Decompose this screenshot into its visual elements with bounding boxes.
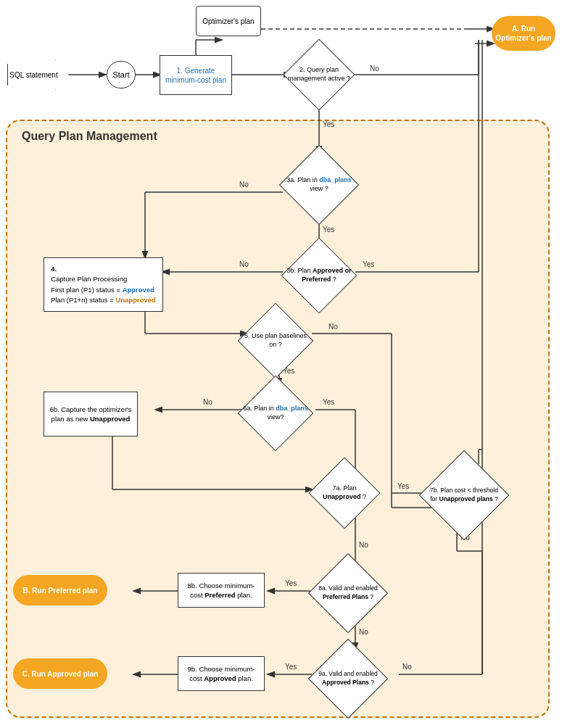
step9b-label: 9b. Choose minimum-cost Approved plan. [182, 664, 260, 684]
svg-text:No: No [239, 260, 249, 268]
step5-node: 5. Use plan baselines on ? [239, 312, 312, 370]
sql-statement-node: SQL statement [7, 59, 69, 90]
step3a-label: 3a. Plan in dba_plans view ? [286, 176, 352, 192]
svg-text:Yes: Yes [285, 663, 297, 671]
step7a-label: 7a. Plan Unapproved ? [323, 484, 366, 500]
node-b-label: B. Run Preferred plan [23, 586, 98, 595]
svg-text:Yes: Yes [397, 482, 409, 490]
svg-text:No: No [203, 398, 212, 406]
step3a-node: 3a. Plan in dba_plans view ? [283, 152, 355, 218]
step8a-label: 8a. Valid and enabled Preferred Plans ? [318, 584, 378, 600]
node-c-label: C. Run Approved plan [22, 669, 99, 679]
step1-label: 1. Generate minimum-cost plan [163, 66, 228, 85]
optimizers-plan-node: Optimizer's plan [196, 6, 261, 36]
start-label: Start [112, 70, 129, 80]
step4-label: 4. Capture Plan Processing First plan (P… [51, 264, 156, 305]
step1-node: 1. Generate minimum-cost plan [160, 55, 232, 95]
sql-label: SQL statement [9, 71, 57, 79]
step2-label: 2. Query plan management active ? [288, 66, 350, 82]
step4-node: 4. Capture Plan Processing First plan (P… [44, 257, 163, 312]
node-b: B. Run Preferred plan [13, 575, 107, 605]
start-node: Start [107, 61, 136, 88]
step8b-node: 8b. Choose minimum-cost Preferred plan. [178, 573, 265, 608]
step6a-label: 6a. Plan in dba_plans view? [243, 405, 308, 421]
sql-arrow-shape: SQL statement [7, 59, 69, 90]
step7b-node: 7b. Plan cost < threshold for Unapproved… [428, 457, 500, 533]
node-a-label: A. Run Optimizer's plan [495, 24, 553, 43]
step7a-node: 7a. Plan Unapproved ? [312, 464, 377, 522]
svg-text:Yes: Yes [323, 120, 334, 128]
svg-text:Yes: Yes [363, 260, 374, 268]
step9b-node: 9b. Choose minimum-cost Approved plan. [178, 656, 265, 691]
svg-text:No: No [239, 181, 249, 189]
svg-text:No: No [328, 323, 338, 331]
node-c: C. Run Approved plan [13, 658, 107, 689]
step3b-label: 3b. Plan Approved or Preferred ? [286, 267, 351, 283]
step6a-node: 6a. Plan in dba_plans view? [239, 384, 312, 442]
optimizers-plan-label: Optimizer's plan [202, 17, 254, 26]
step8a-node: 8a. Valid and enabled Preferred Plans ? [312, 562, 384, 624]
node-a: A. Run Optimizer's plan [492, 16, 555, 51]
svg-text:No: No [370, 65, 379, 73]
flowchart: Query Plan Management No [0, 0, 562, 728]
svg-text:No: No [359, 541, 368, 549]
step7b-label: 7b. Plan cost < threshold for Unapproved… [430, 487, 498, 502]
svg-text:Yes: Yes [285, 579, 297, 587]
step9a-label: 9a. Valid and enabled Approved Plans ? [318, 670, 378, 685]
svg-text:No: No [402, 663, 412, 671]
svg-text:Yes: Yes [323, 226, 334, 233]
step3b-node: 3b. Plan Approved or Preferred ? [283, 247, 355, 305]
step6b-node: 6b. Capture the optimizer's plan as new … [44, 392, 138, 437]
step9a-node: 9a. Valid and enabled Approved Plans ? [312, 648, 384, 709]
step6b-label: 6b. Capture the optimizer's plan as new … [48, 405, 133, 424]
step2-node: 2. Query plan management active ? [283, 49, 355, 100]
step5-label: 5. Use plan baselines on ? [244, 332, 307, 348]
svg-text:No: No [359, 628, 368, 636]
svg-text:Yes: Yes [323, 398, 334, 406]
step8b-label: 8b. Choose minimum-cost Preferred plan. [182, 581, 260, 600]
